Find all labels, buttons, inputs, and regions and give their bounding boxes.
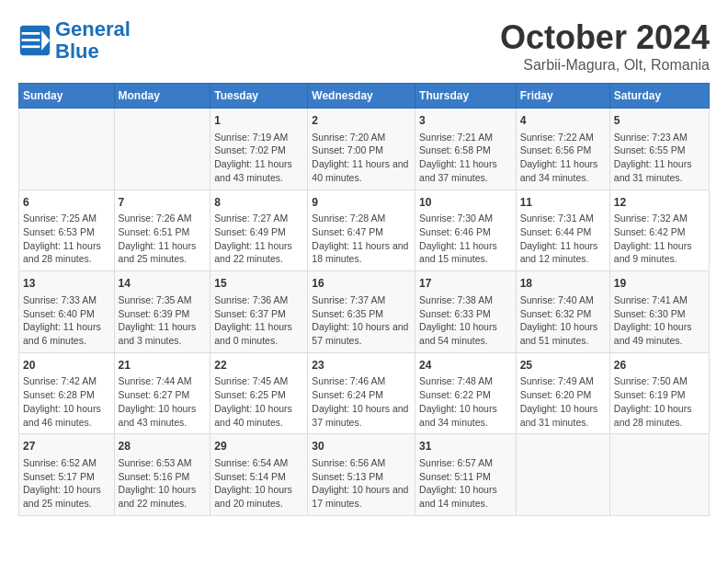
calendar-cell: 17Sunrise: 7:38 AM Sunset: 6:33 PM Dayli…: [415, 271, 517, 353]
calendar-table: SundayMondayTuesdayWednesdayThursdayFrid…: [18, 83, 710, 516]
week-row-1: 1Sunrise: 7:19 AM Sunset: 7:02 PM Daylig…: [19, 109, 710, 190]
svg-rect-4: [22, 46, 40, 49]
day-content: Sunrise: 7:40 AM Sunset: 6:32 PM Dayligh…: [520, 293, 606, 348]
header-cell-monday: Monday: [114, 84, 210, 109]
calendar-cell: 25Sunrise: 7:49 AM Sunset: 6:20 PM Dayli…: [516, 352, 609, 434]
calendar-cell: 18Sunrise: 7:40 AM Sunset: 6:32 PM Dayli…: [516, 271, 609, 353]
day-content: Sunrise: 6:52 AM Sunset: 5:17 PM Dayligh…: [23, 456, 110, 511]
day-content: Sunrise: 7:20 AM Sunset: 7:00 PM Dayligh…: [312, 131, 411, 185]
day-number: 9: [312, 195, 411, 211]
calendar-cell: 1Sunrise: 7:19 AM Sunset: 7:02 PM Daylig…: [210, 109, 308, 190]
day-content: Sunrise: 7:38 AM Sunset: 6:33 PM Dayligh…: [419, 293, 512, 348]
day-content: Sunrise: 7:48 AM Sunset: 6:22 PM Dayligh…: [419, 374, 512, 429]
calendar-cell: 19Sunrise: 7:41 AM Sunset: 6:30 PM Dayli…: [609, 271, 709, 353]
calendar-cell: [516, 434, 609, 516]
day-number: 5: [614, 113, 705, 129]
calendar-cell: 22Sunrise: 7:45 AM Sunset: 6:25 PM Dayli…: [210, 352, 308, 434]
header-cell-friday: Friday: [516, 84, 609, 109]
day-content: Sunrise: 7:36 AM Sunset: 6:37 PM Dayligh…: [214, 293, 303, 348]
day-number: 22: [214, 358, 303, 373]
day-number: 13: [23, 276, 110, 292]
calendar-cell: [114, 109, 210, 190]
day-content: Sunrise: 7:35 AM Sunset: 6:39 PM Dayligh…: [119, 293, 207, 348]
calendar-cell: 6Sunrise: 7:25 AM Sunset: 6:53 PM Daylig…: [19, 190, 115, 271]
day-content: Sunrise: 6:56 AM Sunset: 5:13 PM Dayligh…: [312, 456, 411, 511]
title-block: October 2024 Sarbii-Magura, Olt, Romania: [500, 18, 710, 74]
day-content: Sunrise: 6:53 AM Sunset: 5:16 PM Dayligh…: [119, 456, 207, 511]
day-content: Sunrise: 7:22 AM Sunset: 6:56 PM Dayligh…: [520, 131, 606, 185]
day-number: 27: [23, 439, 110, 454]
week-row-5: 27Sunrise: 6:52 AM Sunset: 5:17 PM Dayli…: [19, 434, 710, 516]
day-number: 6: [23, 195, 110, 211]
logo: General Blue: [18, 18, 131, 63]
day-content: Sunrise: 7:31 AM Sunset: 6:44 PM Dayligh…: [520, 212, 606, 266]
svg-rect-3: [22, 39, 40, 41]
logo-line2: Blue: [55, 40, 99, 63]
calendar-cell: 21Sunrise: 7:44 AM Sunset: 6:27 PM Dayli…: [114, 352, 210, 434]
day-number: 7: [119, 195, 207, 211]
calendar-cell: 31Sunrise: 6:57 AM Sunset: 5:11 PM Dayli…: [415, 434, 517, 516]
day-number: 19: [614, 276, 705, 292]
day-content: Sunrise: 7:46 AM Sunset: 6:24 PM Dayligh…: [312, 374, 411, 429]
calendar-cell: 10Sunrise: 7:30 AM Sunset: 6:46 PM Dayli…: [415, 190, 517, 271]
day-number: 26: [614, 358, 705, 373]
calendar-cell: 2Sunrise: 7:20 AM Sunset: 7:00 PM Daylig…: [308, 109, 415, 190]
calendar-body: 1Sunrise: 7:19 AM Sunset: 7:02 PM Daylig…: [19, 109, 710, 516]
day-content: Sunrise: 7:42 AM Sunset: 6:28 PM Dayligh…: [23, 374, 110, 429]
day-content: Sunrise: 7:50 AM Sunset: 6:19 PM Dayligh…: [614, 374, 705, 429]
day-content: Sunrise: 7:41 AM Sunset: 6:30 PM Dayligh…: [614, 293, 705, 348]
day-number: 23: [312, 358, 411, 373]
day-number: 3: [419, 113, 512, 129]
day-number: 28: [119, 439, 207, 454]
day-number: 16: [312, 276, 411, 292]
day-number: 18: [520, 276, 606, 292]
logo-line1: General: [55, 17, 131, 40]
day-content: Sunrise: 7:44 AM Sunset: 6:27 PM Dayligh…: [119, 374, 207, 429]
calendar-cell: 8Sunrise: 7:27 AM Sunset: 6:49 PM Daylig…: [210, 190, 308, 271]
day-number: 12: [614, 195, 705, 211]
day-number: 21: [119, 358, 207, 373]
day-content: Sunrise: 7:49 AM Sunset: 6:20 PM Dayligh…: [520, 374, 606, 429]
day-number: 30: [312, 439, 411, 454]
calendar-cell: 26Sunrise: 7:50 AM Sunset: 6:19 PM Dayli…: [609, 352, 709, 434]
day-number: 2: [312, 113, 411, 129]
day-content: Sunrise: 7:25 AM Sunset: 6:53 PM Dayligh…: [23, 212, 110, 266]
calendar-header: SundayMondayTuesdayWednesdayThursdayFrid…: [19, 84, 710, 109]
logo-icon: [18, 24, 51, 57]
day-number: 8: [214, 195, 303, 211]
calendar-cell: 12Sunrise: 7:32 AM Sunset: 6:42 PM Dayli…: [609, 190, 709, 271]
calendar-cell: 29Sunrise: 6:54 AM Sunset: 5:14 PM Dayli…: [210, 434, 308, 516]
month-title: October 2024: [500, 18, 710, 57]
day-content: Sunrise: 7:28 AM Sunset: 6:47 PM Dayligh…: [312, 212, 411, 266]
calendar-cell: 11Sunrise: 7:31 AM Sunset: 6:44 PM Dayli…: [516, 190, 609, 271]
calendar-cell: 20Sunrise: 7:42 AM Sunset: 6:28 PM Dayli…: [19, 352, 115, 434]
day-content: Sunrise: 7:30 AM Sunset: 6:46 PM Dayligh…: [419, 212, 512, 266]
calendar-cell: 4Sunrise: 7:22 AM Sunset: 6:56 PM Daylig…: [516, 109, 609, 190]
header-cell-thursday: Thursday: [415, 84, 517, 109]
day-number: 1: [214, 113, 303, 129]
header-cell-wednesday: Wednesday: [308, 84, 415, 109]
calendar-cell: 27Sunrise: 6:52 AM Sunset: 5:17 PM Dayli…: [19, 434, 115, 516]
week-row-4: 20Sunrise: 7:42 AM Sunset: 6:28 PM Dayli…: [19, 352, 710, 434]
calendar-cell: 15Sunrise: 7:36 AM Sunset: 6:37 PM Dayli…: [210, 271, 308, 353]
calendar-cell: 30Sunrise: 6:56 AM Sunset: 5:13 PM Dayli…: [308, 434, 415, 516]
day-number: 20: [23, 358, 110, 373]
header-cell-saturday: Saturday: [609, 84, 709, 109]
week-row-2: 6Sunrise: 7:25 AM Sunset: 6:53 PM Daylig…: [19, 190, 710, 271]
day-content: Sunrise: 7:33 AM Sunset: 6:40 PM Dayligh…: [23, 293, 110, 348]
header-row: SundayMondayTuesdayWednesdayThursdayFrid…: [19, 84, 710, 109]
day-content: Sunrise: 7:45 AM Sunset: 6:25 PM Dayligh…: [214, 374, 303, 429]
day-content: Sunrise: 6:57 AM Sunset: 5:11 PM Dayligh…: [419, 456, 512, 511]
calendar-cell: 9Sunrise: 7:28 AM Sunset: 6:47 PM Daylig…: [308, 190, 415, 271]
day-number: 15: [214, 276, 303, 292]
day-number: 29: [214, 439, 303, 454]
day-content: Sunrise: 7:23 AM Sunset: 6:55 PM Dayligh…: [614, 131, 705, 185]
day-content: Sunrise: 6:54 AM Sunset: 5:14 PM Dayligh…: [214, 456, 303, 511]
calendar-cell: 13Sunrise: 7:33 AM Sunset: 6:40 PM Dayli…: [19, 271, 115, 353]
calendar-cell: 24Sunrise: 7:48 AM Sunset: 6:22 PM Dayli…: [415, 352, 517, 434]
day-number: 24: [419, 358, 512, 373]
calendar-cell: 23Sunrise: 7:46 AM Sunset: 6:24 PM Dayli…: [308, 352, 415, 434]
day-number: 31: [419, 439, 512, 454]
day-content: Sunrise: 7:19 AM Sunset: 7:02 PM Dayligh…: [214, 131, 303, 185]
day-number: 17: [419, 276, 512, 292]
